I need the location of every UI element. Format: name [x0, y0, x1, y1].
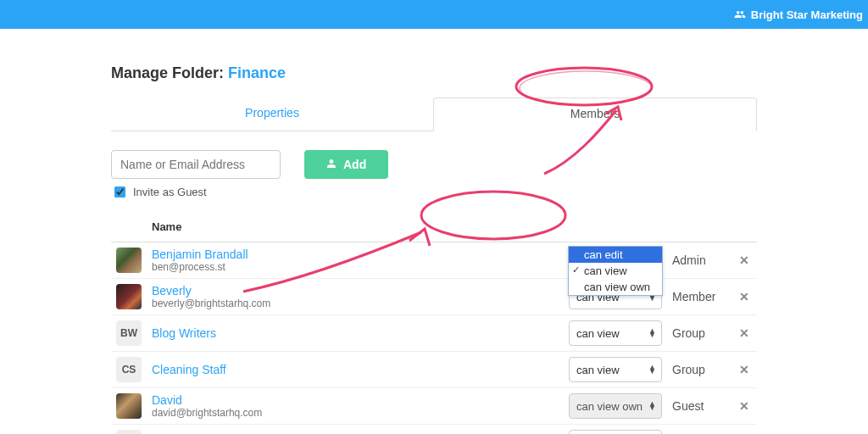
tab-members[interactable]: Members [433, 97, 757, 131]
title-prefix: Manage Folder: [111, 64, 228, 81]
avatar [116, 284, 142, 309]
remove-button[interactable]: ✕ [732, 388, 757, 425]
table-row: FiFinancecan view▲▼Group✕ [111, 425, 757, 435]
page-title: Manage Folder: Finance [111, 64, 757, 82]
add-label: Add [343, 158, 366, 171]
avatar: CS [116, 357, 142, 382]
remove-button[interactable]: ✕ [732, 425, 757, 435]
chevron-updown-icon: ▲▼ [648, 365, 656, 374]
col-perm [564, 214, 667, 242]
table-row: CSCleaning Staffcan view▲▼Group✕ [111, 352, 757, 388]
role-label: Group [667, 315, 732, 352]
col-name: Name [147, 214, 564, 242]
member-sub: david@brightstarhq.com [152, 407, 559, 419]
tab-properties[interactable]: Properties [111, 97, 433, 131]
role-label: Group [667, 352, 732, 388]
member-name-link[interactable]: Benjamin Brandall [152, 248, 559, 261]
table-row: BWBlog Writerscan view▲▼Group✕ [111, 315, 757, 352]
user-icon [326, 158, 337, 171]
permission-select[interactable]: can view▲▼ [569, 430, 662, 434]
role-label: Member [667, 279, 732, 315]
avatar: BW [116, 320, 142, 346]
close-icon: ✕ [739, 290, 749, 303]
topbar: Bright Star Marketing [0, 0, 868, 29]
invite-input[interactable] [111, 150, 281, 179]
role-label: Admin [667, 242, 732, 279]
guest-label: Invite as Guest [133, 186, 207, 198]
role-label: Guest [667, 388, 732, 425]
col-role [667, 214, 732, 242]
member-name-link[interactable]: David [152, 393, 559, 407]
member-sub: ben@process.st [152, 261, 559, 273]
avatar: Fi [116, 430, 142, 434]
folder-name[interactable]: Finance [228, 64, 286, 81]
remove-button[interactable]: ✕ [732, 242, 757, 279]
remove-button[interactable]: ✕ [732, 315, 757, 352]
tab-bar: Properties Members [111, 97, 757, 131]
invite-as-guest[interactable]: Invite as Guest [111, 184, 757, 200]
permission-option[interactable]: can view own [569, 279, 662, 295]
permission-option[interactable]: can view [569, 263, 662, 279]
col-remove [732, 214, 757, 242]
permission-select[interactable]: can view▲▼ [569, 320, 662, 346]
avatar [116, 248, 142, 273]
permission-select[interactable]: can view own▲▼ [569, 393, 662, 419]
guest-checkbox[interactable] [114, 186, 125, 198]
remove-button[interactable]: ✕ [732, 279, 757, 315]
close-icon: ✕ [739, 326, 749, 340]
role-label: Group [667, 425, 732, 435]
close-icon: ✕ [739, 253, 749, 267]
close-icon: ✕ [739, 363, 749, 376]
permission-dropdown[interactable]: can editcan viewcan view own [568, 246, 663, 296]
group-icon [734, 8, 746, 20]
permission-select[interactable]: can view▲▼ [569, 357, 662, 382]
members-table: Name Benjamin Brandallben@process.stcan … [111, 214, 757, 434]
chevron-updown-icon: ▲▼ [648, 329, 656, 337]
org-name[interactable]: Bright Star Marketing [751, 8, 863, 21]
remove-button[interactable]: ✕ [732, 352, 757, 388]
avatar [116, 393, 142, 419]
member-name-link[interactable]: Beverly [152, 284, 559, 298]
close-icon: ✕ [739, 399, 749, 413]
table-row: Daviddavid@brightstarhq.comcan view own▲… [111, 388, 757, 425]
col-avatar [111, 214, 147, 242]
member-name-link[interactable]: Blog Writers [152, 326, 559, 340]
permission-option[interactable]: can edit [569, 247, 662, 263]
invite-row: Add [111, 150, 757, 179]
member-sub: beverly@brightstarhq.com [152, 298, 559, 309]
page-content: Manage Folder: Finance Properties Member… [108, 29, 760, 434]
add-button[interactable]: Add [304, 150, 388, 179]
member-name-link[interactable]: Cleaning Staff [152, 363, 559, 376]
table-row: Benjamin Brandallben@process.stcan edit▲… [111, 242, 757, 279]
chevron-updown-icon: ▲▼ [648, 402, 656, 410]
